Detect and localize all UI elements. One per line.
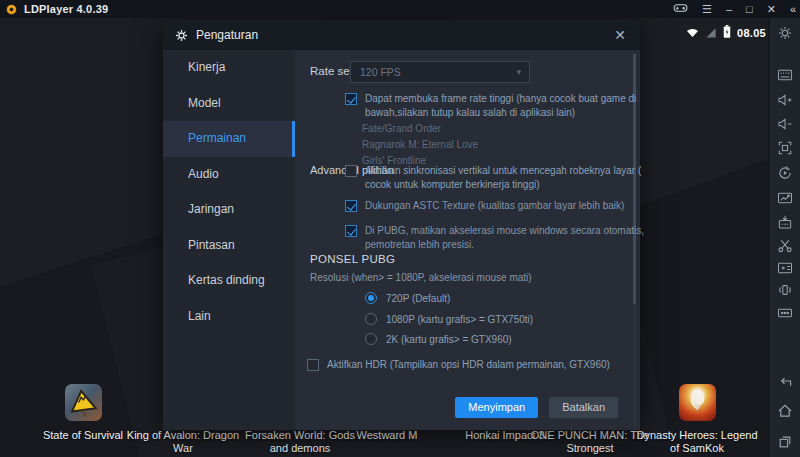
hdr-option[interactable]: Aktifkan HDR (Tampilkan opsi HDR dalam p… <box>307 358 627 372</box>
window-titlebar: LDPlayer 4.0.39 ☰ – □ ✕ « <box>0 0 800 18</box>
game-label[interactable]: King of Avalon: Dragon War <box>121 429 245 455</box>
sidebar-item-kinerja[interactable]: Kinerja <box>163 50 295 86</box>
fps-dropdown[interactable]: 120 FPS ▾ <box>350 61 530 83</box>
back-icon[interactable] <box>778 375 793 388</box>
maximize-icon[interactable]: □ <box>746 0 753 18</box>
no-signal-icon <box>705 24 717 42</box>
cancel-button[interactable]: Batalkan <box>549 397 618 418</box>
minimize-icon[interactable]: – <box>726 0 732 18</box>
dialog-footer: Menyimpan Batalkan <box>455 397 618 418</box>
resolution-2k-radio[interactable] <box>365 333 377 345</box>
ldplayer-window: LDPlayer 4.0.39 ☰ – □ ✕ « 08.05 <box>0 0 800 457</box>
game-label[interactable]: Dynasty Heroes: Legend of SamKok <box>635 429 759 455</box>
pubg-mouse-checkbox[interactable] <box>345 225 357 237</box>
astc-checkbox[interactable] <box>345 200 357 212</box>
resolution-1080p-radio[interactable] <box>365 313 377 325</box>
menu-icon[interactable]: ☰ <box>702 0 712 18</box>
dynasty-heroes-icon[interactable] <box>679 384 716 421</box>
ponsel-pubg-header: PONSEL PUBG <box>310 253 395 265</box>
status-time: 08.05 <box>737 27 766 39</box>
dialog-title: Pengaturan <box>196 28 258 42</box>
game-shortcut[interactable]: Dynasty Heroes: Legend of SamKok <box>635 384 759 455</box>
fps-dropdown-value: 120 FPS <box>360 66 516 78</box>
pubg-mouse-option-label: Di PUBG, matikan akselerasi mouse window… <box>365 224 645 252</box>
frame-rate-game: Ragnarok M: Eternal Love <box>362 137 478 153</box>
recents-icon[interactable] <box>778 435 792 449</box>
dialog-body: Kinerja Model Permainan Audio Jaringan P… <box>163 50 640 430</box>
resolution-720p-option[interactable]: 720P (Default) <box>365 292 450 304</box>
vsync-option-label: Aktifkan sinkronisasi vertikal untuk men… <box>365 164 645 192</box>
wifi-icon <box>686 24 699 42</box>
sidebar-item-pintasan[interactable]: Pintasan <box>163 228 295 264</box>
close-icon[interactable]: ✕ <box>767 0 776 18</box>
frame-rate-checkbox[interactable] <box>345 93 357 105</box>
sync-icon[interactable] <box>778 166 793 181</box>
gamepad-icon[interactable] <box>673 0 688 18</box>
window-title: LDPlayer 4.0.39 <box>24 3 108 15</box>
state-of-survival-icon[interactable] <box>65 384 102 421</box>
screenshot-icon[interactable] <box>778 192 793 205</box>
sidebar-item-jaringan[interactable]: Jaringan <box>163 192 295 228</box>
settings-dialog: Pengaturan ✕ Kinerja Model Permainan Aud… <box>163 20 640 430</box>
sidebar-item-kertas-dinding[interactable]: Kertas dinding <box>163 263 295 299</box>
frame-rate-option-label: Dapat membuka frame rate tinggi (hanya c… <box>365 92 645 120</box>
frame-rate-option[interactable]: Dapat membuka frame rate tinggi (hanya c… <box>345 92 645 120</box>
dialog-header: Pengaturan ✕ <box>163 20 640 50</box>
sidebar-item-permainan[interactable]: Permainan <box>163 121 295 157</box>
more-icon[interactable] <box>778 307 793 319</box>
settings-sidebar: Kinerja Model Permainan Audio Jaringan P… <box>163 50 295 430</box>
resolusi-label: Resolusi (when> = 1080P, akselerasi mous… <box>310 272 532 283</box>
install-apk-icon[interactable] <box>778 215 793 229</box>
collapse-sidebar-icon[interactable]: « <box>790 0 796 18</box>
status-bar: 08.05 <box>686 24 766 42</box>
astc-option-label: Dukungan ASTC Texture (kualitas gambar l… <box>365 199 645 213</box>
resolution-1080p-option[interactable]: 1080P (kartu grafis> = GTX750ti) <box>365 313 533 325</box>
resolution-720p-radio[interactable] <box>365 292 377 304</box>
volume-down-icon[interactable] <box>778 118 793 131</box>
side-toolbar <box>770 18 800 457</box>
vsync-option[interactable]: Aktifkan sinkronisasi vertikal untuk men… <box>345 164 645 192</box>
game-label[interactable]: ONE PUNCH MAN: The Strongest <box>528 429 652 455</box>
hdr-option-label: Aktifkan HDR (Tampilkan opsi HDR dalam p… <box>327 358 627 372</box>
save-button[interactable]: Menyimpan <box>455 397 538 418</box>
sidebar-item-lain[interactable]: Lain <box>163 299 295 335</box>
sidebar-item-model[interactable]: Model <box>163 86 295 122</box>
settings-content: Rate setup 120 FPS ▾ Dapat membuka frame… <box>295 50 640 430</box>
resolution-2k-label: 2K (kartu grafis> = GTX960) <box>386 334 512 345</box>
shake-icon[interactable] <box>778 283 792 297</box>
keyboard-icon[interactable] <box>778 69 793 81</box>
resolution-2k-option[interactable]: 2K (kartu grafis> = GTX960) <box>365 333 512 345</box>
scissors-icon[interactable] <box>778 239 793 253</box>
sidebar-item-audio[interactable]: Audio <box>163 157 295 193</box>
settings-gear-icon <box>175 29 188 42</box>
battery-charging-icon <box>723 24 731 42</box>
astc-option[interactable]: Dukungan ASTC Texture (kualitas gambar l… <box>345 199 645 213</box>
hdr-checkbox[interactable] <box>307 359 319 371</box>
vsync-checkbox[interactable] <box>345 165 357 177</box>
gear-icon[interactable] <box>778 26 793 41</box>
game-label[interactable]: Westward M <box>325 429 449 442</box>
pubg-mouse-option[interactable]: Di PUBG, matikan akselerasi mouse window… <box>345 224 645 252</box>
home-icon[interactable] <box>778 404 793 418</box>
resolution-720p-label: 720P (Default) <box>386 293 450 304</box>
dialog-close-icon[interactable]: ✕ <box>610 25 630 45</box>
resolution-1080p-label: 1080P (kartu grafis> = GTX750ti) <box>386 314 533 325</box>
volume-up-icon[interactable] <box>778 94 793 107</box>
chevron-down-icon: ▾ <box>516 67 521 77</box>
ldplayer-logo-icon <box>6 4 17 15</box>
fullscreen-icon[interactable] <box>778 141 792 155</box>
recorder-icon[interactable] <box>778 262 793 275</box>
frame-rate-game: Fate/Grand Order <box>362 121 441 137</box>
